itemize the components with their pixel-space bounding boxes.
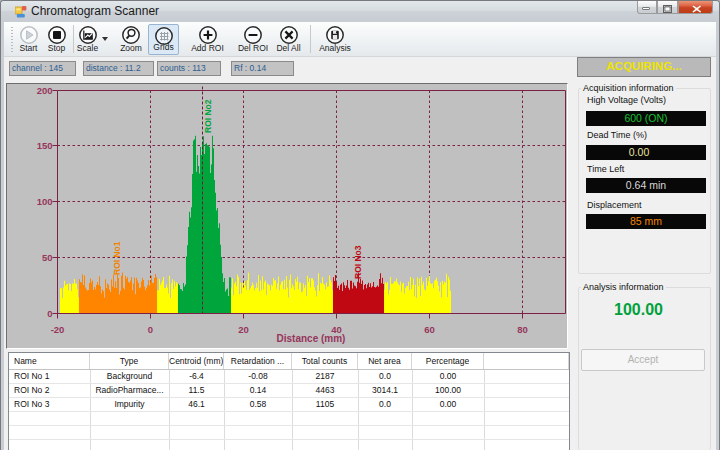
svg-text:20: 20 xyxy=(238,324,249,335)
svg-text:50: 50 xyxy=(42,252,53,263)
svg-text:150: 150 xyxy=(37,140,53,151)
svg-text:ROI No1: ROI No1 xyxy=(112,241,122,275)
svg-text:ROI No2: ROI No2 xyxy=(203,99,213,133)
svg-text:200: 200 xyxy=(37,85,53,96)
svg-text:Distance (mm): Distance (mm) xyxy=(277,333,346,344)
svg-text:0: 0 xyxy=(148,324,153,335)
svg-text:60: 60 xyxy=(424,324,435,335)
svg-text:ROI No3: ROI No3 xyxy=(353,245,363,279)
svg-text:0: 0 xyxy=(47,308,52,319)
svg-text:80: 80 xyxy=(517,324,528,335)
svg-text:-20: -20 xyxy=(51,324,65,335)
svg-text:100: 100 xyxy=(37,196,53,207)
